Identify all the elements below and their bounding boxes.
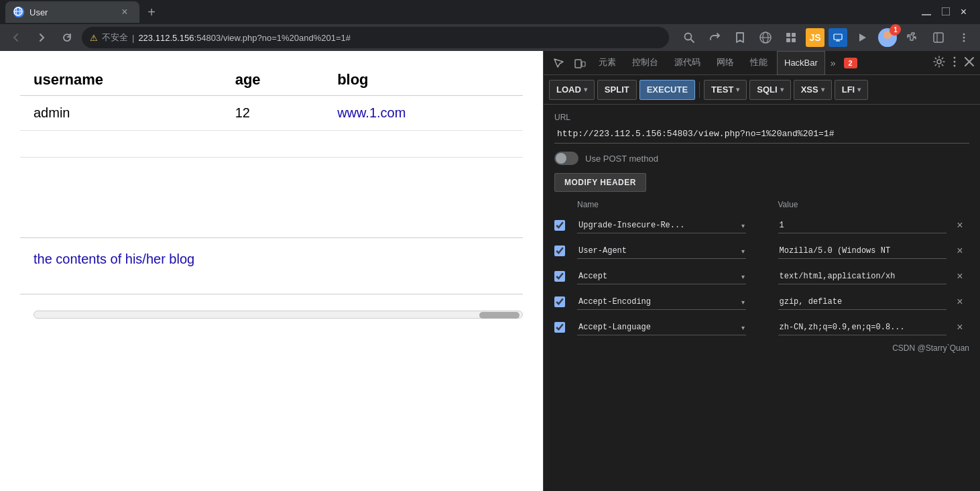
svg-rect-3 [922,14,931,15]
sqli-arrow-icon: ▾ [780,86,784,93]
forward-button[interactable] [31,27,52,48]
back-button[interactable] [5,27,27,48]
tab-performance[interactable]: 性能 [743,51,774,75]
tab-performance-label: 性能 [750,56,768,68]
extensions-icon[interactable] [780,27,802,48]
post-method-toggle[interactable] [554,152,578,165]
header-2-checkbox[interactable] [554,246,565,256]
header-5-delete-button[interactable]: × [951,318,969,337]
tab-console[interactable]: 控制台 [625,51,665,75]
horizontal-scrollbar[interactable] [34,311,523,319]
devtools-header: 元素 控制台 源代码 网络 性能 HackBar » 2 [544,51,980,75]
header-1-checkbox[interactable] [554,220,565,231]
table-row: admin 12 www.1.com [20,96,523,131]
header-5-checkbox[interactable] [554,322,565,333]
browser-tab[interactable]: User × [5,1,139,23]
split-label: SPLIT [605,85,629,95]
header-2-value-input[interactable] [778,243,947,259]
headers-section: Name Value Upgrade-Insecure-Re... ▾ [554,200,969,337]
delete-col [951,200,969,212]
svg-point-29 [954,60,956,62]
header-5-value-input[interactable] [778,320,947,335]
sidebar-icon[interactable] [928,27,949,48]
tab-console-label: 控制台 [632,56,658,68]
search-icon[interactable] [678,27,700,48]
header-4-checkbox[interactable] [554,296,565,307]
test-arrow-icon: ▾ [736,86,739,93]
devtools-more-tabs-icon[interactable]: » [831,58,836,68]
split-button[interactable]: SPLIT [597,80,637,100]
tab-sources[interactable]: 源代码 [668,51,707,75]
header-2-name-select[interactable]: User-Agent [577,243,746,259]
header-entry-3: Accept ▾ × [554,267,969,286]
js-extension-icon[interactable]: JS [806,28,824,47]
lfi-button[interactable]: LFI ▾ [835,80,869,100]
insecure-label: 不安全 [102,32,128,44]
header-3-value-input[interactable] [778,269,947,284]
translate-icon[interactable] [755,27,776,48]
devtools-kebab-icon[interactable] [953,56,956,70]
svg-point-27 [937,60,941,64]
url-path: :54803/view.php?no=1%20and%201=1# [194,33,351,43]
svg-rect-10 [786,33,790,37]
close-window-icon[interactable]: × [961,6,967,18]
scrollbar-thumb[interactable] [479,312,519,319]
maximize-icon[interactable] [942,7,950,17]
header-1-value-input[interactable] [778,218,947,233]
device-icon[interactable] [570,54,589,72]
inspect-icon[interactable] [549,54,568,72]
svg-point-18 [883,31,892,39]
new-tab-button[interactable]: + [142,3,161,21]
share-icon[interactable] [704,27,725,48]
xss-button[interactable]: XSS ▾ [794,80,832,100]
puzzle-icon[interactable] [902,27,924,48]
header-1-name-select[interactable]: Upgrade-Insecure-Re... [577,218,746,233]
security-warning-icon: ⚠ [90,33,98,43]
header-1-delete-button[interactable]: × [951,216,969,235]
modify-header-section: MODIFY HEADER [554,173,969,192]
header-2-delete-button[interactable]: × [951,241,969,260]
svg-rect-4 [942,7,950,15]
url-input[interactable] [554,125,969,144]
lfi-arrow-icon: ▾ [857,86,861,93]
refresh-button[interactable] [56,27,78,48]
tab-elements[interactable]: 元素 [592,51,623,75]
minimize-icon[interactable] [922,7,931,17]
tab-close-button[interactable]: × [118,5,131,19]
post-method-row: Use POST method [554,152,969,165]
header-3-delete-button[interactable]: × [951,267,969,286]
header-5-name-select[interactable]: Accept-Language [577,320,746,335]
devtools-settings-icon[interactable] [933,56,945,70]
header-3-name-select[interactable]: Accept [577,269,746,284]
modify-header-button[interactable]: MODIFY HEADER [554,173,646,192]
test-button[interactable]: TEST ▾ [704,80,747,100]
profile-icon[interactable]: 1 [877,27,898,48]
header-labels-row: Name Value [554,200,969,212]
empty-cell [20,131,523,158]
main-area: username age blog admin 12 www.1.com [0,51,980,491]
header-entry-1: Upgrade-Insecure-Re... ▾ × [554,216,969,235]
tab-hackbar[interactable]: HackBar [777,51,825,75]
load-button[interactable]: LOAD ▾ [549,80,595,100]
toolbar-divider-1 [699,82,700,98]
header-4-name-wrapper: Accept-Encoding ▾ [577,294,746,310]
devtools-close-icon[interactable] [964,56,975,70]
header-4-value-input[interactable] [778,294,947,310]
svg-point-23 [963,37,965,39]
play-icon[interactable] [851,27,873,48]
sqli-button[interactable]: SQLI ▾ [749,80,790,100]
more-options-icon[interactable] [953,27,975,48]
header-entry-5: Accept-Language ▾ × [554,318,969,337]
svg-rect-12 [786,38,790,42]
screen-extension-icon[interactable] [829,28,847,47]
tab-network[interactable]: 网络 [710,51,741,75]
url-bar[interactable]: ⚠ 不安全 | 223.112.5.156:54803/view.php?no=… [82,27,669,48]
header-4-delete-button[interactable]: × [951,292,969,311]
header-4-name-select[interactable]: Accept-Encoding [577,294,746,310]
cell-username: admin [20,96,222,131]
execute-button[interactable]: EXECUTE [639,80,695,100]
header-3-checkbox[interactable] [554,271,565,282]
col-header-age: age [222,64,324,96]
url-section: URL [554,113,969,144]
bookmark-icon[interactable] [729,27,751,48]
